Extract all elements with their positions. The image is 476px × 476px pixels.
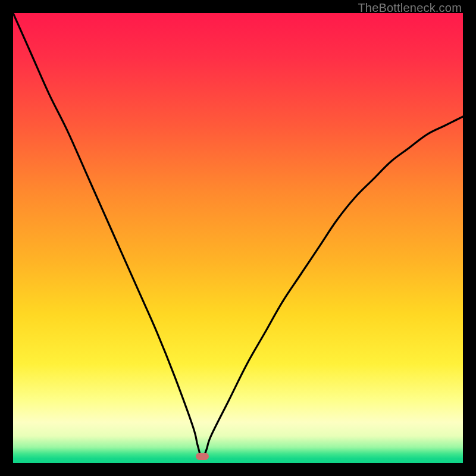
minimum-marker	[196, 453, 209, 460]
bottleneck-curve	[13, 13, 463, 463]
chart-frame: TheBottleneck.com	[0, 0, 476, 476]
plot-area	[13, 13, 463, 463]
watermark-text: TheBottleneck.com	[358, 1, 462, 15]
